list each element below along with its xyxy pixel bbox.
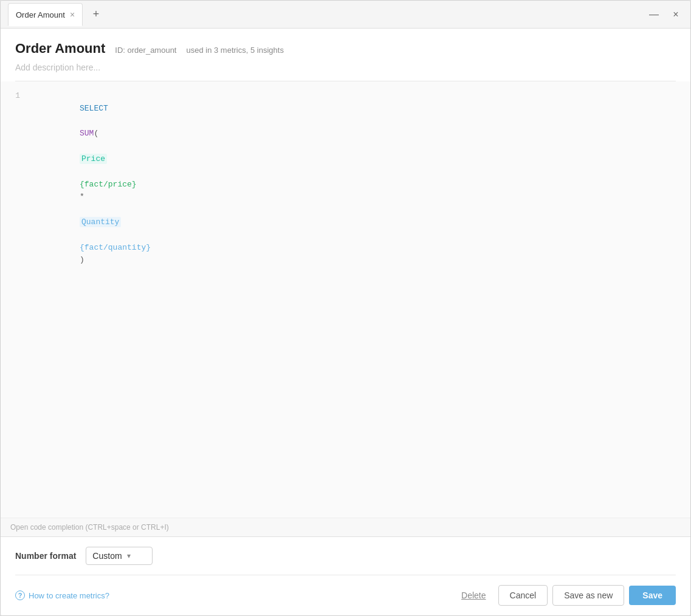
save-as-new-button[interactable]: Save as new — [552, 585, 624, 606]
chevron-down-icon: ▾ — [127, 552, 131, 560]
delete-button[interactable]: Delete — [454, 586, 493, 605]
title-bar: Order Amount × + — × — [1, 1, 690, 29]
line-number-1: 1 — [10, 90, 20, 103]
field-quantity: Quantity — [80, 217, 121, 227]
active-tab[interactable]: Order Amount × — [8, 3, 83, 26]
metric-usage: used in 3 metrics, 5 insights — [187, 46, 284, 55]
close-button[interactable]: × — [669, 7, 683, 22]
new-tab-button[interactable]: + — [88, 6, 105, 23]
field-price: Price — [80, 154, 107, 164]
field-quantity-ref: {fact/quantity} — [80, 243, 151, 252]
id-prefix: ID: — [115, 46, 125, 55]
cancel-button[interactable]: Cancel — [498, 585, 548, 606]
keyword-select: SELECT — [80, 104, 108, 113]
action-row: ? How to create metrics? Delete Cancel S… — [1, 575, 690, 615]
id-value: order_amount — [128, 46, 177, 55]
keyword-sum: SUM — [80, 129, 94, 138]
tab-title: Order Amount — [16, 10, 65, 19]
field-price-ref: {fact/price} — [80, 180, 137, 189]
code-line-1: SELECT SUM( Price {fact/price} * Quantit… — [32, 90, 683, 279]
metric-id: ID: order_amount — [115, 46, 176, 55]
code-content[interactable]: SELECT SUM( Price {fact/price} * Quantit… — [25, 81, 690, 518]
help-text: How to create metrics? — [29, 591, 109, 600]
format-selected-value: Custom — [92, 551, 122, 561]
main-window: Order Amount × + — × Order Amount ID: or… — [0, 0, 691, 616]
action-buttons: Delete Cancel Save as new Save — [454, 585, 676, 606]
line-numbers: 1 — [1, 81, 25, 518]
save-button[interactable]: Save — [629, 586, 676, 605]
help-icon: ? — [15, 590, 25, 600]
code-editor[interactable]: 1 SELECT SUM( Price {fact/price} * Quant… — [1, 81, 690, 518]
editor-hint: Open code completion (CTRL+space or CTRL… — [1, 518, 690, 536]
help-link[interactable]: ? How to create metrics? — [15, 590, 109, 600]
window-controls: — × — [647, 7, 683, 22]
description-field[interactable]: Add description here... — [15, 63, 676, 81]
format-label: Number format — [15, 551, 76, 561]
space1 — [80, 117, 84, 126]
format-dropdown[interactable]: Custom ▾ — [86, 547, 153, 565]
header-area: Order Amount ID: order_amount used in 3 … — [1, 29, 690, 81]
minimize-button[interactable]: — — [647, 7, 661, 22]
editor-area: 1 SELECT SUM( Price {fact/price} * Quant… — [1, 81, 690, 536]
header-top: Order Amount ID: order_amount used in 3 … — [15, 41, 676, 56]
tab-close-button[interactable]: × — [70, 10, 75, 19]
metric-title: Order Amount — [15, 41, 105, 56]
format-row: Number format Custom ▾ — [1, 537, 690, 575]
bottom-panel: Number format Custom ▾ ? How to create m… — [1, 536, 690, 615]
